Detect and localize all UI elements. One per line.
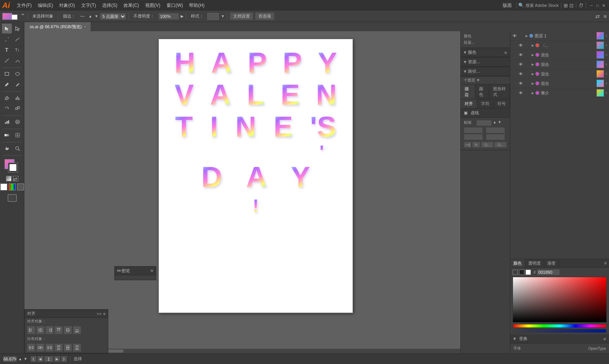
- zoom-tool[interactable]: [13, 144, 22, 153]
- layer-item-3[interactable]: 👁 ▶ 混合 ○: [510, 69, 609, 79]
- dist-center-h-btn[interactable]: [36, 343, 45, 352]
- color-spectrum-container[interactable]: [513, 277, 607, 322]
- pen-panel-close-icon[interactable]: ✕: [150, 268, 154, 273]
- freehand-tool[interactable]: [13, 34, 22, 44]
- hex-input[interactable]: [537, 269, 560, 275]
- path-header[interactable]: ▶ 路径...: [461, 67, 510, 76]
- border-down-arrow[interactable]: ▼: [95, 14, 98, 18]
- opacity-tab[interactable]: 透明度: [525, 259, 544, 267]
- hue-slider[interactable]: [513, 324, 607, 328]
- layer-eye-4[interactable]: 👁: [518, 81, 523, 86]
- stroke-input-4[interactable]: [486, 134, 505, 140]
- letter-apostrophe2[interactable]: ': [320, 143, 324, 161]
- letter-N[interactable]: N: [316, 80, 337, 109]
- timer-icon[interactable]: ⏱: [579, 3, 583, 8]
- color-canvas[interactable]: [513, 277, 606, 322]
- stroke-input-1[interactable]: [464, 127, 483, 133]
- maximize-button[interactable]: □: [595, 2, 601, 8]
- letter-A2[interactable]: A: [210, 80, 231, 109]
- letter-E2[interactable]: E: [274, 112, 293, 141]
- panel-icon-2[interactable]: ⊡: [569, 3, 574, 8]
- layer-circle-1[interactable]: ○: [606, 53, 607, 57]
- align-center-v-btn[interactable]: [64, 326, 72, 334]
- pen-tool[interactable]: [2, 34, 12, 44]
- layer-circle-icon[interactable]: ○: [606, 34, 607, 38]
- menu-select[interactable]: 选择(S): [99, 2, 120, 10]
- border-style-select[interactable]: 5 点圆形: [100, 13, 126, 20]
- stroke-end-1[interactable]: —|: [464, 142, 471, 148]
- pattern-mode-btn[interactable]: [17, 184, 24, 190]
- layer-eye-2[interactable]: 👁: [518, 62, 523, 67]
- letter-I[interactable]: I: [210, 112, 218, 141]
- type-area-tool[interactable]: T↕: [13, 45, 22, 55]
- ellipse-tool[interactable]: [13, 69, 22, 79]
- arc-tool[interactable]: [13, 56, 22, 65]
- white-swatch[interactable]: [526, 270, 531, 275]
- layer-expand-1[interactable]: ▶: [532, 53, 534, 57]
- style-dropdown-arrow[interactable]: ▼: [221, 14, 225, 18]
- layer-expand-5[interactable]: ▶: [532, 91, 534, 95]
- gradient-mode-btn[interactable]: [9, 184, 16, 190]
- layer-expand-3[interactable]: ▶: [532, 72, 534, 76]
- letter-P1[interactable]: P: [248, 48, 267, 77]
- stroke-color-box[interactable]: [8, 163, 18, 172]
- letter-D[interactable]: D: [201, 163, 222, 192]
- menu-window[interactable]: 窗口(W): [163, 2, 186, 10]
- type-tool[interactable]: T: [2, 45, 12, 55]
- layer-eye-1[interactable]: 👁: [518, 53, 523, 57]
- letter-Y1[interactable]: Y: [318, 48, 337, 77]
- menu-effect[interactable]: 效果(C): [120, 2, 142, 10]
- cp-menu-icon[interactable]: ≡: [602, 259, 609, 267]
- stroke-up[interactable]: ▲: [493, 120, 497, 126]
- layer-item-5[interactable]: 👁 ▶ 漸介 ○: [510, 88, 609, 98]
- layer-item-2[interactable]: 👁 ▶ 混合 ○: [510, 60, 609, 69]
- scale-tool[interactable]: [13, 104, 22, 113]
- zoom-up-arrow[interactable]: ▲: [18, 357, 22, 361]
- dist-right-btn[interactable]: [45, 343, 54, 352]
- layer-circle-5[interactable]: ○: [606, 91, 607, 95]
- layer-item-4[interactable]: 👁 ▶ 混合 ○: [510, 79, 609, 88]
- toolbar-icon-extra[interactable]: ≡: [604, 13, 607, 19]
- layer-name[interactable]: 图层 1: [535, 33, 595, 39]
- hand-tool[interactable]: [2, 144, 12, 153]
- layer-eye-0[interactable]: 👁: [518, 43, 523, 48]
- pencil-tool[interactable]: [13, 80, 22, 89]
- tab-stroke[interactable]: 描边: [461, 85, 475, 99]
- sub-tab-symbol[interactable]: 符号: [494, 99, 510, 108]
- layer-expand-4[interactable]: ▶: [532, 82, 534, 85]
- color-menu-icon[interactable]: ≡: [505, 50, 507, 55]
- layer-visibility-icon[interactable]: 👁: [512, 34, 517, 38]
- none-swatch[interactable]: [513, 270, 518, 275]
- direct-select-tool[interactable]: [13, 24, 22, 34]
- letter-N2[interactable]: N: [236, 112, 256, 141]
- scissors-tool[interactable]: [13, 93, 22, 103]
- stroke-input-3[interactable]: [464, 134, 483, 140]
- letter-A1[interactable]: A: [211, 48, 232, 77]
- document-settings-button[interactable]: 文档设置: [230, 12, 253, 20]
- stroke-thickness-input[interactable]: [476, 120, 492, 126]
- gradient-tab[interactable]: 渐变: [544, 259, 559, 267]
- layer-circle-2[interactable]: ○: [606, 62, 607, 66]
- layer-main-row[interactable]: 👁 ▶ 图层 1 ○: [510, 31, 609, 41]
- dist-left-btn[interactable]: [27, 343, 35, 352]
- mesh-tool[interactable]: [13, 130, 22, 140]
- preferences-button[interactable]: 首选项: [255, 12, 274, 20]
- transform-menu[interactable]: ≡: [604, 337, 606, 341]
- letter-apostrophe-S[interactable]: 'S: [310, 112, 337, 141]
- letter-E1[interactable]: E: [280, 80, 300, 109]
- zoom-down-arrow[interactable]: ▼: [24, 357, 27, 361]
- letter-P2[interactable]: P: [283, 48, 302, 77]
- layer-expand-2[interactable]: ▶: [532, 63, 534, 66]
- tab-close-button[interactable]: ×: [84, 25, 86, 29]
- stroke-input-2[interactable]: [486, 127, 505, 133]
- align-left-btn[interactable]: [27, 326, 35, 334]
- layer-name-4[interactable]: 混合: [541, 81, 595, 86]
- last-page-btn[interactable]: ⟫: [61, 356, 67, 362]
- adobe-stock-label[interactable]: 搜索 Adobe Stock: [526, 3, 559, 8]
- rotate-tool[interactable]: [2, 104, 12, 113]
- eraser-tool[interactable]: [2, 93, 12, 103]
- toolbar-icon-arrange[interactable]: ⇄: [595, 13, 600, 19]
- symbol-tool[interactable]: [13, 117, 22, 127]
- layer-name-5[interactable]: 漸介: [541, 90, 595, 96]
- line-tool[interactable]: [2, 56, 12, 65]
